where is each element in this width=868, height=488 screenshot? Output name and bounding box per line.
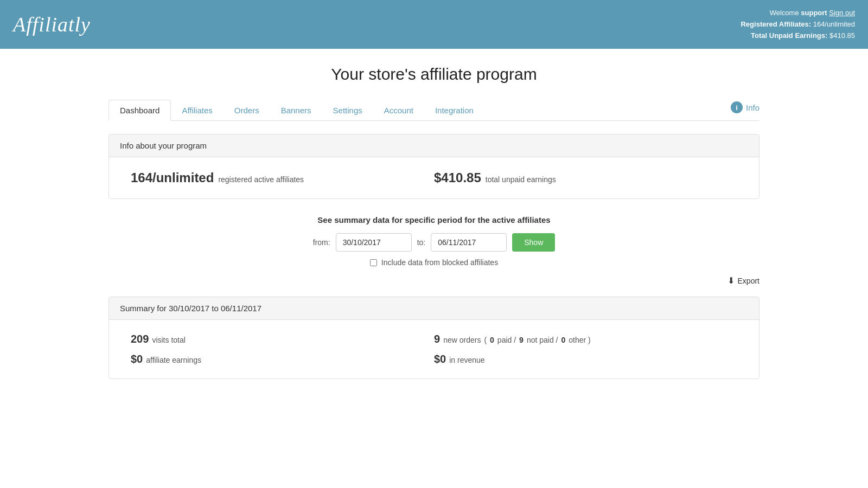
unpaid-label: Total Unpaid Earnings: xyxy=(751,31,827,40)
tab-banners[interactable]: Banners xyxy=(270,100,322,120)
orders-other-label: other ) xyxy=(569,336,590,344)
revenue-row: $0 in revenue xyxy=(434,353,737,365)
welcome-row: Welcome support Sign out xyxy=(741,8,855,19)
visits-label: visits total xyxy=(152,336,185,344)
show-button[interactable]: Show xyxy=(512,233,555,252)
export-row[interactable]: ⬇ Export xyxy=(108,275,760,286)
revenue-label: in revenue xyxy=(449,356,484,364)
tab-affiliates[interactable]: Affiliates xyxy=(171,100,223,120)
header: Affiliatly Welcome support Sign out Regi… xyxy=(0,0,868,49)
unpaid-value: $410.85 xyxy=(829,31,855,40)
orders-paren-open: ( xyxy=(484,336,487,344)
tab-orders[interactable]: Orders xyxy=(224,100,270,120)
revenue-amount: $0 xyxy=(434,353,446,365)
from-date-input[interactable] xyxy=(336,233,412,252)
logo: Affiliatly xyxy=(13,12,91,36)
visits-count: 209 xyxy=(131,333,149,345)
sign-out-link[interactable]: Sign out xyxy=(829,9,855,17)
info-panel-header: Info about your program xyxy=(109,134,759,157)
to-date-input[interactable] xyxy=(431,233,507,252)
tab-settings[interactable]: Settings xyxy=(322,100,373,120)
include-blocked-label: Include data from blocked affiliates xyxy=(381,258,498,267)
summary-stats: 209 visits total $0 affiliate earnings 9… xyxy=(131,333,737,365)
info-label: Info xyxy=(746,103,760,112)
main-content: Your store's affiliate program Dashboard… xyxy=(87,49,781,395)
welcome-text: Welcome xyxy=(770,9,799,17)
registered-label: Registered Affiliates: xyxy=(741,20,811,28)
username: support xyxy=(801,9,827,17)
filter-title: See summary data for specific period for… xyxy=(108,215,760,224)
from-label: from: xyxy=(313,238,330,247)
orders-paid: 0 xyxy=(490,336,494,344)
summary-panel-header: Summary for 30/10/2017 to 06/11/2017 xyxy=(109,297,759,320)
orders-other: 0 xyxy=(561,336,566,344)
include-blocked-checkbox[interactable] xyxy=(370,259,377,266)
date-filter-row: from: to: Show xyxy=(108,233,760,252)
tab-account[interactable]: Account xyxy=(373,100,424,120)
info-panel: Info about your program 164/unlimited re… xyxy=(108,134,760,199)
earnings-amount: $0 xyxy=(131,353,143,365)
tab-dashboard[interactable]: Dashboard xyxy=(108,100,171,121)
affiliates-stat: 164/unlimited registered active affiliat… xyxy=(131,170,434,185)
earnings-row: $0 affiliate earnings xyxy=(131,353,434,365)
export-icon: ⬇ xyxy=(727,275,735,286)
include-blocked-row: Include data from blocked affiliates xyxy=(108,258,760,267)
visits-row: 209 visits total xyxy=(131,333,434,345)
affiliates-label: registered active affiliates xyxy=(218,175,304,184)
unpaid-earnings-row: Total Unpaid Earnings: $410.85 xyxy=(741,30,855,42)
orders-not-paid: 9 xyxy=(519,336,524,344)
info-icon: i xyxy=(731,101,743,113)
earnings-amount: $410.85 xyxy=(434,170,481,185)
tab-list: Dashboard Affiliates Orders Banners Sett… xyxy=(108,100,731,120)
earnings-label: total unpaid earnings xyxy=(486,175,556,184)
filter-section: See summary data for specific period for… xyxy=(108,215,760,286)
affiliates-count: 164/unlimited xyxy=(131,170,214,185)
earnings-stat: $410.85 total unpaid earnings xyxy=(434,170,737,185)
registered-affiliates-row: Registered Affiliates: 164/unlimited xyxy=(741,19,855,30)
tab-integration[interactable]: Integration xyxy=(424,100,484,120)
orders-row: 9 new orders ( 0 paid / 9 not paid / 0 o… xyxy=(434,333,737,345)
info-button[interactable]: i Info xyxy=(731,101,760,119)
summary-left-col: 209 visits total $0 affiliate earnings xyxy=(131,333,434,365)
tabs-container: Dashboard Affiliates Orders Banners Sett… xyxy=(108,100,760,121)
page-title: Your store's affiliate program xyxy=(108,65,760,84)
summary-right-col: 9 new orders ( 0 paid / 9 not paid / 0 o… xyxy=(434,333,737,365)
to-label: to: xyxy=(417,238,426,247)
summary-panel-body: 209 visits total $0 affiliate earnings 9… xyxy=(109,320,759,378)
registered-value: 164/unlimited xyxy=(813,20,855,28)
earnings-label: affiliate earnings xyxy=(146,356,201,364)
orders-count: 9 xyxy=(434,333,440,345)
info-panel-body: 164/unlimited registered active affiliat… xyxy=(109,157,759,198)
summary-panel: Summary for 30/10/2017 to 06/11/2017 209… xyxy=(108,297,760,379)
header-right: Welcome support Sign out Registered Affi… xyxy=(741,8,855,41)
orders-not-paid-label: not paid / xyxy=(527,336,558,344)
orders-paid-label: paid / xyxy=(497,336,516,344)
orders-label: new orders xyxy=(443,336,481,344)
export-label: Export xyxy=(738,277,760,285)
